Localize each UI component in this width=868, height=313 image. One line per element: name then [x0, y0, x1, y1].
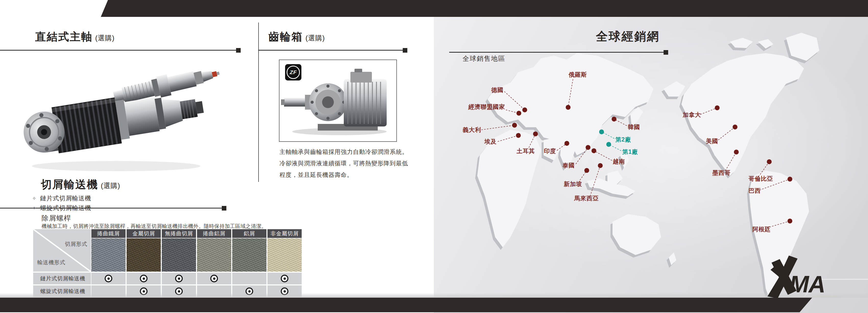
map-location-label: 義大利: [462, 126, 481, 133]
compatibility-cell: [268, 273, 302, 284]
chip-type-header: 鋁屑: [232, 229, 267, 238]
conveyor-bullet-screw-label: 螺旋式切屑輸送機: [40, 204, 91, 212]
chip-type-header: 捲曲鋁屑: [197, 229, 231, 238]
compatible-mark-icon: [210, 275, 218, 282]
chip-screw-subtitle: 除屑螺桿: [41, 214, 71, 223]
compatibility-cell: [127, 273, 161, 284]
marker-leader-line: [482, 125, 515, 130]
map-location-label: 第1廠: [622, 148, 638, 155]
column-divider: [258, 23, 259, 182]
section-title-gearbox-suffix: (選購): [306, 34, 325, 42]
dealer-dot: [787, 177, 793, 182]
chip-type-header: 金屬切屑: [127, 229, 161, 238]
table-corner-bottom-label: 輸送機形式: [37, 259, 65, 266]
gearbox-desc-line: 冷卻液與潤滑液連續循環，可將熱變形降到最低: [279, 158, 408, 169]
map-location-label: 土耳其: [516, 148, 535, 154]
compatibility-cell: [162, 273, 196, 284]
map-location-label: 墨西哥: [712, 169, 731, 176]
dealer-dot: [585, 168, 589, 173]
dealer-dot: [586, 145, 591, 150]
map-location-label: 德國: [491, 87, 503, 93]
factory-dot: [607, 142, 611, 147]
section-rule-spindle: [0, 50, 237, 51]
map-location-label: 韓國: [628, 124, 640, 130]
map-location-label: 經濟聯盟國家: [468, 104, 505, 110]
map-location-label: 巴西: [749, 187, 761, 194]
chip-screw-description: 機械加工時，切屑將沖流至除屑螺桿，再輸送至切屑輸送機排出機外。隨時保持加工區域之…: [41, 223, 267, 230]
section-title-spindle-suffix: (選購): [95, 34, 115, 42]
dealer-dot: [715, 106, 720, 110]
conveyor-bullet-chain-label: 鏈片式切屑輸送機: [40, 194, 91, 202]
dealer-dot: [566, 105, 571, 110]
map-location-label: 哥倫比亞: [748, 175, 773, 182]
map-location-label: 印度: [544, 148, 556, 154]
section-title-conveyor-text: 切屑輸送機: [41, 178, 98, 190]
dealer-dot: [598, 163, 603, 168]
chip-sample-photo: [127, 238, 161, 272]
map-location-label: 埃及: [484, 138, 497, 145]
compatibility-cell: [232, 273, 267, 284]
map-location-label: 第2廠: [615, 136, 631, 143]
section-rule-square-gearbox: [403, 48, 407, 53]
chip-sample-photo: [197, 238, 231, 272]
dealer-dot: [517, 111, 521, 116]
dealer-dot: [733, 125, 738, 130]
map-location-label: 阿根廷: [752, 226, 771, 232]
section-rule-square-spindle: [236, 48, 241, 53]
dealer-dot: [592, 148, 596, 153]
map-location-label: 越南: [613, 158, 625, 165]
map-location-label: 馬來西亞: [574, 195, 599, 202]
compatibility-cell: [91, 273, 126, 284]
chip-sample-photo: [162, 238, 196, 272]
table-corner-cell: 切屑形式 輸送機形式: [33, 229, 91, 272]
section-rule-square-conveyor: [222, 206, 226, 210]
section-title-spindle: 直結式主軸(選購): [35, 30, 115, 44]
dealer-dot: [516, 133, 521, 138]
gearbox-desc-line: 主軸軸承與齒輪箱採用強力自動冷卻潤滑系統。: [279, 146, 408, 158]
compatible-mark-icon: [175, 275, 183, 282]
diamond-bullet-icon: ✧: [32, 196, 36, 201]
compatibility-cell: [197, 273, 231, 284]
conveyor-row-label: 鏈片式切屑輸送機: [33, 273, 91, 284]
section-title-gearbox: 齒輪箱(選購): [269, 30, 325, 44]
section-title-gearbox-text: 齒輪箱: [269, 31, 303, 43]
map-location-label: 俄羅斯: [568, 71, 587, 78]
top-black-band: [0, 0, 868, 18]
dealer-dot: [787, 219, 793, 224]
table-corner-top-label: 切屑形式: [65, 240, 87, 248]
gearbox-desc-line: 程度，並且延長機器壽命。: [279, 169, 408, 181]
gearbox-photo: [279, 60, 395, 140]
xma-logo: MA: [764, 255, 836, 301]
compatible-mark-icon: [140, 275, 148, 282]
dealer-dot: [734, 150, 739, 154]
diamond-bullet-icon: ✧: [32, 206, 36, 210]
dealer-dot: [522, 108, 527, 112]
map-location-label: 加拿大: [682, 111, 701, 118]
dealer-dot: [767, 160, 772, 164]
bottom-black-band: [0, 298, 868, 312]
section-rule-gearbox: [258, 50, 404, 51]
map-location-label: 美國: [706, 138, 718, 144]
dealer-dot: [512, 123, 517, 128]
marker-leader-line: [594, 151, 612, 161]
section-title-conveyor: 切屑輸送機(選購): [41, 177, 120, 192]
compatible-mark-icon: [105, 275, 112, 282]
chip-type-header: 捲曲鐵屑: [91, 229, 126, 238]
xma-logo-text: MA: [789, 271, 825, 297]
factory-dot: [599, 130, 604, 134]
chip-type-header: 非金屬切屑: [268, 229, 302, 238]
chip-sample-photo: [268, 238, 302, 272]
dealer-dot: [564, 141, 569, 146]
conveyor-bullet-chain: ✧ 鏈片式切屑輸送機: [32, 194, 91, 202]
dealer-dot: [533, 132, 538, 137]
compatible-mark-icon: [281, 275, 288, 282]
page-bottom-shadow: [0, 293, 868, 298]
chip-compatibility-table: 切屑形式 輸送機形式 捲曲鐵屑金屬切屑無捲曲切屑捲曲鋁屑鋁屑非金屬切屑鏈片式切屑…: [33, 229, 303, 297]
spindle-photo: [19, 56, 221, 176]
conveyor-bullet-screw: ✧ 螺旋式切屑輸送機: [32, 204, 91, 212]
section-title-spindle-text: 直結式主軸: [35, 31, 93, 43]
gearbox-description: 主軸軸承與齒輪箱採用強力自動冷卻潤滑系統。 冷卻液與潤滑液連續循環，可將熱變形降…: [279, 146, 408, 181]
chip-sample-photo: [91, 238, 126, 272]
dealer-dot: [612, 117, 617, 122]
chip-sample-photo: [232, 238, 267, 272]
